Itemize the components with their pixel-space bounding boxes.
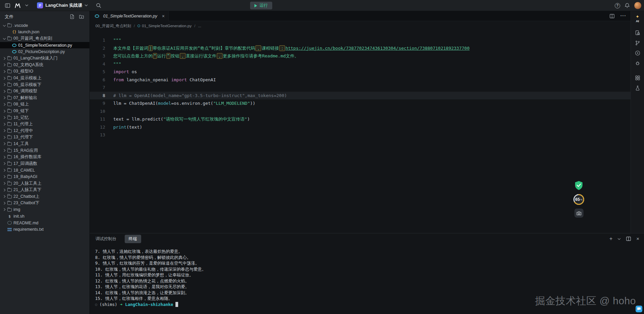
tree-item[interactable]: 05_提示模板下: [0, 81, 89, 88]
more-actions-icon[interactable]: [620, 15, 626, 17]
new-folder-icon[interactable]: [79, 14, 84, 19]
shield-check-icon[interactable]: [574, 181, 583, 190]
folder-chevron-icon[interactable]: [2, 194, 7, 199]
tab-terminal[interactable]: 终端: [125, 235, 141, 243]
folder-chevron-icon[interactable]: [2, 135, 7, 140]
camera-icon[interactable]: [574, 209, 583, 218]
folder-chevron-icon[interactable]: [2, 56, 7, 61]
ai-assistant-button[interactable]: ✦ AI: [636, 14, 639, 23]
tree-item[interactable]: {}launch.json: [0, 29, 89, 36]
folder-chevron-icon[interactable]: [2, 174, 7, 179]
git-branch-icon[interactable]: [635, 40, 640, 46]
split-editor-icon[interactable]: [609, 13, 615, 19]
tab-debug-console[interactable]: 调试控制台: [95, 236, 117, 242]
tree-item[interactable]: 02_PictureDescription.py: [0, 48, 89, 55]
file-search-icon[interactable]: [635, 30, 640, 36]
score-ring[interactable]: 65%: [573, 193, 585, 206]
terminal-dropdown-icon[interactable]: [617, 237, 621, 240]
breadcrumb-file[interactable]: 01_SimpleTextGeneration.py: [137, 24, 192, 28]
tree-item[interactable]: 00_开篇词_奇点时刻: [0, 35, 89, 42]
code-line[interactable]: 9llm = ChatOpenAI(model=os.environ.get("…: [90, 99, 631, 107]
tree-item[interactable]: img: [0, 207, 89, 213]
flask-icon[interactable]: [635, 85, 640, 91]
tree-item[interactable]: 01_LangChain快速入门: [0, 55, 89, 62]
avatar[interactable]: [634, 2, 641, 9]
folder-chevron-icon[interactable]: [2, 23, 7, 28]
folder-chevron-icon[interactable]: [2, 36, 7, 41]
code-line[interactable]: 3您可以点击最上方的“运行”按钮，直接运行该文件，更多操作指引请参考Readme…: [90, 52, 631, 60]
folder-chevron-icon[interactable]: [2, 168, 7, 173]
tree-item[interactable]: 20_人脉工具上: [0, 180, 89, 187]
folder-chevron-icon[interactable]: [2, 201, 7, 206]
tree-item[interactable]: 13_代理下: [0, 134, 89, 141]
close-tab-icon[interactable]: [162, 14, 165, 18]
feedback-chat-icon[interactable]: [636, 306, 642, 312]
tree-item[interactable]: 09_链下: [0, 108, 89, 115]
folder-chevron-icon[interactable]: [2, 188, 7, 192]
split-panel-icon[interactable]: [626, 236, 631, 241]
folder-chevron-icon[interactable]: [2, 69, 7, 74]
debug-icon[interactable]: [635, 50, 640, 56]
folder-chevron-icon[interactable]: [2, 128, 7, 133]
tree-item[interactable]: 21_人脉工具下: [0, 187, 89, 193]
tree-item[interactable]: 22_Chatbot上: [0, 193, 89, 200]
folder-chevron-icon[interactable]: [2, 207, 7, 212]
tree-item[interactable]: 10_记忆: [0, 114, 89, 121]
bug-icon[interactable]: [635, 60, 640, 66]
folder-chevron-icon[interactable]: [2, 155, 7, 160]
folder-chevron-icon[interactable]: [2, 89, 7, 94]
tree-item[interactable]: 14_工具: [0, 141, 89, 147]
course-link[interactable]: https://juejin.cn/book/73877023474361303…: [285, 46, 470, 51]
tree-item[interactable]: 17_回调函数: [0, 160, 89, 167]
bell-icon[interactable]: [625, 3, 630, 8]
tree-item[interactable]: 08_链上: [0, 101, 89, 108]
tree-item[interactable]: 23_Chatbot下: [0, 200, 89, 207]
search-icon[interactable]: [95, 1, 103, 9]
logo-chevron-down-icon[interactable]: [23, 1, 31, 9]
workspace-switcher[interactable]: LangChain 实战课: [35, 1, 90, 9]
marscode-logo[interactable]: [13, 1, 22, 9]
folder-chevron-icon[interactable]: [2, 76, 7, 81]
folder-chevron-icon[interactable]: [2, 62, 7, 67]
new-file-icon[interactable]: [70, 14, 75, 19]
tree-item[interactable]: 16_操作数据库: [0, 154, 89, 161]
tree-item[interactable]: 19_BabyAGI: [0, 174, 89, 180]
folder-chevron-icon[interactable]: [2, 95, 7, 100]
folder-chevron-icon[interactable]: [2, 141, 7, 146]
tree-item[interactable]: .vscode: [0, 22, 89, 29]
folder-chevron-icon[interactable]: [2, 122, 7, 127]
code-editor[interactable]: 1"""2本文件是【开篇词|带你亲证AI应用开发的“奇点”时刻】章节的配套代码，…: [90, 31, 631, 233]
folder-chevron-icon[interactable]: [2, 161, 7, 166]
tree-item[interactable]: 06_调用模型: [0, 88, 89, 95]
folder-chevron-icon[interactable]: [2, 115, 7, 120]
tree-item[interactable]: 03_模型IO: [0, 68, 89, 75]
code-line[interactable]: 6from langchain_openai import ChatOpenAI: [90, 76, 631, 84]
tree-item[interactable]: $init.sh: [0, 213, 89, 220]
close-panel-icon[interactable]: [636, 236, 639, 242]
code-line[interactable]: 10: [90, 107, 631, 116]
editor-tab[interactable]: 01_SimpleTextGeneration.py: [90, 11, 169, 21]
code-line[interactable]: 4""": [90, 60, 631, 68]
code-line[interactable]: 2本文件是【开篇词|带你亲证AI应用开发的“奇点”时刻】章节的配套代码，课程链接…: [90, 44, 631, 52]
tree-item[interactable]: 07_解析输出: [0, 95, 89, 101]
tree-item[interactable]: 18_CAMEL: [0, 167, 89, 174]
tree-item[interactable]: 01_SimpleTextGeneration.py: [0, 42, 89, 49]
tree-item[interactable]: 02_文档QA系统: [0, 62, 89, 69]
folder-chevron-icon[interactable]: [2, 181, 7, 186]
code-line[interactable]: 8# llm = OpenAI(model_name="gpt-3.5-turb…: [90, 92, 631, 100]
new-terminal-icon[interactable]: [609, 236, 612, 242]
tree-item[interactable]: 15_RAG应用: [0, 147, 89, 154]
folder-chevron-icon[interactable]: [2, 109, 7, 114]
tree-item[interactable]: 04_提示模板上: [0, 75, 89, 82]
tree-item[interactable]: README.md: [0, 220, 89, 226]
help-icon[interactable]: [615, 3, 620, 8]
tree-item[interactable]: 11_代理上: [0, 121, 89, 128]
extensions-icon[interactable]: [635, 75, 640, 81]
code-line[interactable]: 5import os: [90, 68, 631, 76]
code-line[interactable]: 1""": [90, 36, 631, 44]
folder-chevron-icon[interactable]: [2, 82, 7, 87]
tree-item[interactable]: 12_代理中: [0, 128, 89, 134]
code-line[interactable]: 7: [90, 84, 631, 92]
folder-chevron-icon[interactable]: [2, 148, 7, 153]
code-line[interactable]: 13: [90, 131, 631, 139]
